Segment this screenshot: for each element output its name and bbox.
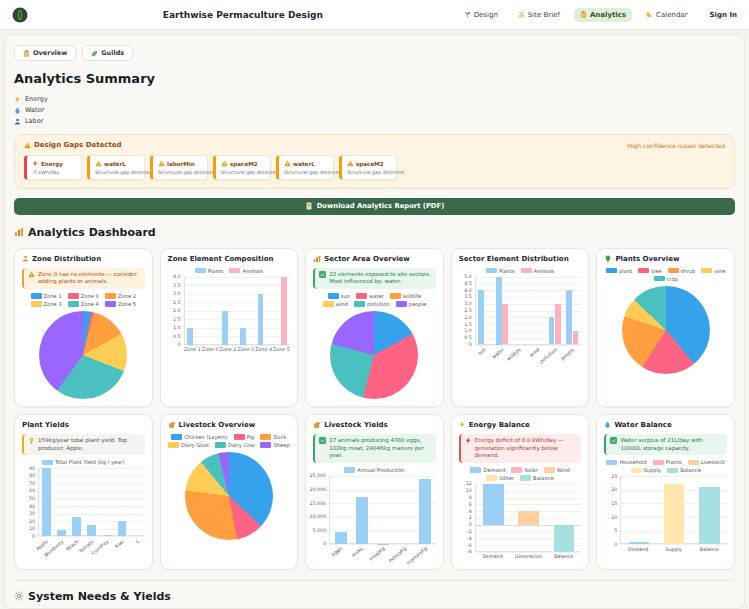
card-energy-balance: Energy BalanceEnergy deficit of 8.0 kWh/… <box>451 414 590 570</box>
chart-icon <box>14 227 24 237</box>
chart-legend: planttreeshrubvinecrop <box>604 268 727 282</box>
design-gaps-header: Design Gaps Detected High confidence iss… <box>24 141 725 149</box>
chart-legend: PlantsAnimals <box>459 268 582 274</box>
x-axis-labels: eggsmilkLmeatKghoneyKgmanureKg <box>329 544 436 561</box>
design-gaps-title: Design Gaps Detected <box>24 141 122 149</box>
chicken-icon <box>168 421 176 429</box>
download-report-button[interactable]: Download Analytics Report (PDF) <box>14 198 735 215</box>
summary-legend-labor: Labor <box>14 117 735 125</box>
design-gaps-panel: Design Gaps Detected High confidence iss… <box>14 134 735 189</box>
warning-icon <box>221 160 228 167</box>
gap-card-waterl: waterLStructural gap detected <box>276 155 334 180</box>
zap-icon <box>459 421 466 428</box>
tab-bar: OverviewGuilds <box>14 45 735 61</box>
card-livestock-overview: Livestock OverviewChicken (Layers)PigDuc… <box>160 414 299 570</box>
sprout-icon <box>464 11 471 18</box>
app-title: Earthwise Permaculture Design <box>36 10 450 20</box>
x-axis-labels: DemandSupplyBalance <box>620 544 727 554</box>
droplet-icon <box>604 421 611 428</box>
gap-card-energy: Energy-5 kWh/day <box>24 155 82 180</box>
warning-icon <box>24 142 31 149</box>
gap-card-waterl: waterLStructural gap detected <box>87 155 145 180</box>
card-title: Zone Distribution <box>22 255 145 263</box>
card-title: Livestock Yields <box>313 421 436 429</box>
tab-overview[interactable]: Overview <box>14 45 76 61</box>
card-title: Plant Yields <box>22 421 145 429</box>
card-note: Zone 0 has no elements — consider adding… <box>22 268 145 289</box>
chart-legend: PlantsAnimals <box>168 268 291 274</box>
x-axis-labels: AppleBlueberryPeachTomatoComfreyKiwi1 <box>38 536 145 553</box>
system-needs-section: System Needs & Yields Project Domain Tot… <box>14 580 735 609</box>
warning-icon <box>284 160 291 167</box>
card-sector-area-overview: Sector Area Overview22 elements exposed … <box>305 248 444 407</box>
card-plant-yields: Plant Yields159kg/year total plant yield… <box>14 414 153 570</box>
card-note: Energy deficit of 8.0 kWh/day — generati… <box>459 434 582 463</box>
chart-legend: sunwaterwildlifewindpollutionpeople <box>313 293 436 307</box>
card-title: Plants Overview <box>604 255 727 263</box>
bar-chart: 121086420-2-4-6-8 <box>459 484 582 552</box>
x-axis-labels: DemandGenerationBalance <box>475 552 582 562</box>
card-plants-overview: Plants Overviewplanttreeshrubvinecrop <box>596 248 735 407</box>
tab-guilds[interactable]: Guilds <box>82 45 133 61</box>
pie-chart <box>185 452 273 540</box>
warning-icon <box>158 160 165 167</box>
card-title: Water Balance <box>604 421 727 429</box>
bulb-icon <box>28 437 35 444</box>
check-icon <box>610 437 617 444</box>
logo-icon <box>12 7 28 23</box>
person-icon <box>14 118 21 125</box>
card-zone-distribution: Zone DistributionZone 0 has no elements … <box>14 248 153 407</box>
card-title: Livestock Overview <box>168 421 291 429</box>
pie-chart <box>39 311 127 399</box>
check-icon <box>319 271 326 278</box>
main-content: OverviewGuilds Analytics Summary EnergyW… <box>4 34 745 609</box>
warning-icon <box>28 271 35 278</box>
zap-icon <box>14 96 21 103</box>
design-gap-cards: Energy-5 kWh/daywaterLStructural gap det… <box>24 155 725 180</box>
chart-legend: DemandSolarWindOtherBalance <box>459 467 582 481</box>
tree-icon <box>604 255 612 263</box>
card-water-balance: Water BalanceWater surplus of 21L/day wi… <box>596 414 735 570</box>
scissors-icon <box>518 11 525 18</box>
nav-item-design[interactable]: Design <box>458 8 504 22</box>
chart-icon <box>313 255 321 263</box>
card-note: 27 animals producing 4380 eggs, 102kg me… <box>313 434 436 463</box>
warning-icon <box>347 160 354 167</box>
bar-chart: 9080706050403020100 <box>22 468 145 536</box>
clipboard-icon <box>23 50 30 57</box>
nav-item-calendar[interactable]: Calendar <box>640 8 693 22</box>
chart-legend: Total Plant Yield (kg / year) <box>22 459 145 465</box>
sign-in-link[interactable]: Sign In <box>710 11 737 19</box>
main-nav: DesignSite BriefAnalyticsCalendar <box>458 8 694 22</box>
summary-legend-water: Water <box>14 106 735 114</box>
card-zone-element-composition: Zone Element CompositionPlantsAnimals4.0… <box>160 248 299 407</box>
bar-chart: 2520151050 <box>604 476 727 544</box>
check-icon <box>319 437 326 444</box>
nav-item-analytics[interactable]: Analytics <box>574 8 632 22</box>
leaf-icon <box>91 50 98 57</box>
dashboard-grid: Zone DistributionZone 0 has no elements … <box>14 248 735 570</box>
card-note: 159kg/year total plant yield. Top produc… <box>22 434 145 455</box>
nav-item-site-brief[interactable]: Site Brief <box>512 8 566 22</box>
card-sector-element-distribution: Sector Element DistributionPlantsAnimals… <box>451 248 590 407</box>
moon-icon <box>646 11 653 18</box>
gap-card-spacem2: spaceM2Structural gap detected <box>339 155 397 180</box>
card-title: Zone Element Composition <box>168 255 291 263</box>
chart-legend: Chicken (Layers)PigDuckDairy GoatDairy C… <box>168 434 291 448</box>
warning-icon <box>95 160 102 167</box>
bar-chart: 5.04.54.03.53.02.52.01.51.00.50 <box>459 277 582 345</box>
app-header: Earthwise Permaculture Design DesignSite… <box>0 0 749 30</box>
x-axis-labels: Zone 1Zone 0Zone 2Zone 3Zone 4Zone 5 <box>184 345 291 355</box>
clipboard-icon <box>580 11 587 18</box>
chart-legend: Zone 1Zone 0Zone 2Zone 3Zone 4Zone 5 <box>22 293 145 307</box>
x-axis-labels: sunwaterwildlifewindpollutionpeople <box>475 345 582 362</box>
chart-legend: HouseholdPlantsLivestockSupplyBalance <box>604 459 727 473</box>
pie-chart <box>330 311 418 399</box>
gap-card-labormin: laborMinStructural gap detected <box>150 155 208 180</box>
card-note: 22 elements exposed to site sectors. Mos… <box>313 268 436 289</box>
bar-chart: 4.03.53.02.52.01.51.00.50 <box>168 277 291 345</box>
dashboard-title: Analytics Dashboard <box>14 226 735 239</box>
summary-legend-energy: Energy <box>14 95 735 103</box>
confidence-label: High confidence issues detected <box>627 142 725 149</box>
person-icon <box>22 255 29 262</box>
